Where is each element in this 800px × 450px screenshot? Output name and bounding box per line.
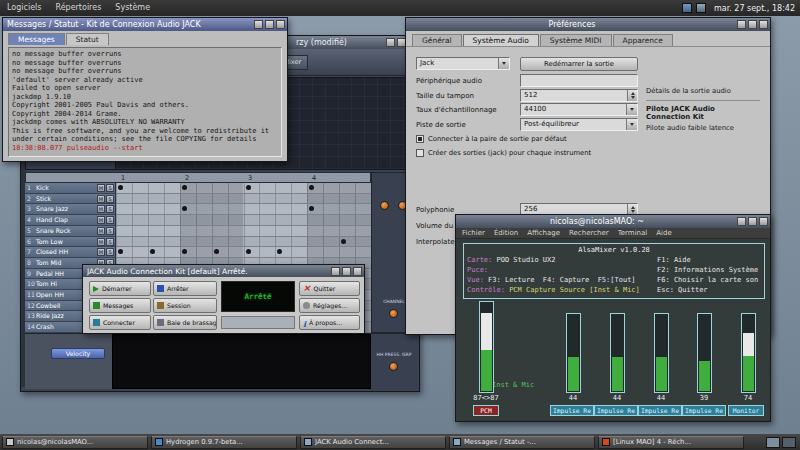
tab[interactable]: Statut [66, 33, 109, 45]
minimize-button[interactable] [254, 20, 263, 29]
solo-button[interactable]: S [106, 205, 114, 213]
note-dot[interactable] [309, 185, 314, 190]
tray-display-icon[interactable] [696, 3, 706, 13]
solo-button[interactable]: S [106, 238, 114, 246]
messages-button[interactable]: Messages [89, 298, 151, 313]
terminal-menu-item[interactable]: Aide [656, 229, 671, 237]
close-button[interactable] [353, 267, 362, 276]
note-dot[interactable] [118, 249, 123, 254]
mixer-volume-bar[interactable] [610, 313, 625, 393]
mixer-channel-name[interactable]: PCM [473, 405, 499, 416]
workspace-1[interactable] [766, 437, 780, 448]
pattern-grid-row[interactable] [116, 183, 371, 194]
stop-button[interactable]: Arrêter [153, 281, 217, 296]
pattern-grid-row[interactable] [116, 204, 371, 215]
pattern-grid-row[interactable] [116, 247, 371, 258]
start-button[interactable]: Démarrer [89, 281, 151, 296]
taskbar-item[interactable]: [Linux MAO] 4 - Réch... [598, 436, 744, 449]
mute-button[interactable]: M [97, 195, 105, 203]
minimize-button[interactable] [737, 217, 746, 226]
note-dot[interactable] [309, 206, 314, 211]
taskbar-item[interactable]: Hydrogen 0.9.7-beta... [151, 436, 297, 449]
pattern-grid-row[interactable] [116, 237, 371, 248]
audio-device-input[interactable] [520, 74, 638, 87]
mixer-channel-name[interactable]: Impulse Re [638, 405, 682, 416]
mixer-channel-name[interactable]: Impulse Re [682, 405, 726, 416]
mixer-channel-name[interactable]: Impulse Re [594, 405, 638, 416]
tab[interactable]: Général [412, 34, 462, 46]
instrument-name-cell[interactable]: 7 Closed HH MS [25, 247, 116, 258]
knob-icon[interactable] [389, 362, 398, 371]
quit-button[interactable]: ×Quitter [299, 281, 360, 296]
pattern-grid-row[interactable] [116, 215, 371, 226]
mixer-volume-bar[interactable] [479, 301, 494, 393]
log-output[interactable]: no message buffer overrunsno message buf… [8, 47, 282, 157]
session-button[interactable]: Session [153, 298, 217, 313]
minimize-button[interactable] [331, 267, 340, 276]
menubar-item[interactable]: Système [108, 0, 157, 16]
tab[interactable]: Système MIDI [540, 34, 612, 46]
note-dot[interactable] [150, 249, 155, 254]
tab[interactable]: Messages [8, 33, 65, 45]
buffer-size-spinner[interactable]: 512 [520, 89, 638, 102]
mute-button[interactable]: M [97, 238, 105, 246]
taskbar-item[interactable]: Messages / Statut -... [449, 436, 595, 449]
about-button[interactable]: iÀ propos... [299, 315, 360, 330]
solo-button[interactable]: S [106, 216, 114, 224]
qjackctl-titlebar[interactable]: JACK Audio Connection Kit [default] Arrê… [83, 265, 364, 277]
mute-button[interactable]: M [97, 205, 105, 213]
instrument-name-cell[interactable]: 5 Snare Rock MS [25, 226, 116, 237]
solo-button[interactable]: S [106, 184, 114, 192]
sample-rate-select[interactable]: 44100 [520, 103, 638, 116]
terminal-menu-item[interactable]: Rechercher [569, 229, 609, 237]
maximize-button[interactable] [748, 217, 757, 226]
mixer-volume-bar[interactable] [566, 313, 581, 393]
close-button[interactable] [759, 20, 768, 29]
taskbar-item[interactable]: nicolas@nicolasMAO... [2, 436, 148, 449]
spinner-arrows-icon[interactable] [627, 90, 637, 101]
instrument-name-cell[interactable]: 4 Hand Clap MS [25, 215, 116, 226]
note-dot[interactable] [341, 239, 346, 244]
mixer-channel-name[interactable]: Impulse Re [550, 405, 594, 416]
output-track-select[interactable]: Post-équilibreur [520, 118, 638, 131]
pattern-grid-row[interactable] [116, 194, 371, 205]
mute-button[interactable]: M [97, 184, 105, 192]
mute-button[interactable]: M [97, 248, 105, 256]
channel-knob-icon[interactable] [389, 309, 398, 318]
terminal-menu-item[interactable]: Fichier [462, 229, 485, 237]
connect-default-checkbox[interactable]: Connecter à la paire de sortie par défau… [416, 135, 567, 143]
note-dot[interactable] [246, 249, 251, 254]
note-dot[interactable] [277, 249, 282, 254]
maximize-button[interactable] [342, 267, 351, 276]
pattern-grid-row[interactable] [116, 226, 371, 237]
terminal-menu-item[interactable]: Affichage [527, 229, 560, 237]
tray-network-icon[interactable] [682, 3, 692, 13]
workspace-2[interactable] [782, 437, 796, 448]
instrument-name-cell[interactable]: 6 Tom Low MS [25, 237, 116, 248]
mixer-volume-bar[interactable] [741, 313, 756, 393]
close-button[interactable] [276, 20, 285, 29]
mixer-channel-name[interactable]: Monitor [728, 405, 764, 416]
terminal-titlebar[interactable]: nicolas@nicolasMAO: ~ [456, 215, 770, 228]
menubar-item[interactable]: Répertoires [48, 0, 108, 16]
menubar-item[interactable]: Logiciels [0, 0, 48, 16]
setup-button[interactable]: Réglages... [299, 298, 360, 313]
velocity-button[interactable]: Velocity [51, 348, 105, 359]
minimize-button[interactable] [386, 38, 395, 47]
minimize-button[interactable] [737, 20, 746, 29]
per-instrument-outputs-checkbox[interactable]: Créer des sorties (jack) pour chaque ins… [416, 149, 591, 157]
note-dot[interactable] [182, 249, 187, 254]
note-dot[interactable] [182, 185, 187, 190]
note-dot[interactable] [182, 206, 187, 211]
maximize-button[interactable] [748, 20, 757, 29]
mute-button[interactable]: M [97, 216, 105, 224]
solo-button[interactable]: S [106, 195, 114, 203]
note-dot[interactable] [118, 185, 123, 190]
instrument-name-cell[interactable]: 2 Stick MS [25, 194, 116, 205]
patchbay-button[interactable]: Baie de brassage [153, 315, 217, 330]
messages-titlebar[interactable]: Messages / Statut - Kit de Connexion Aud… [3, 18, 287, 31]
checkbox-box-icon[interactable] [416, 135, 424, 143]
tab[interactable]: Apparence [613, 34, 673, 46]
knob-icon[interactable] [380, 201, 389, 210]
preferences-titlebar[interactable]: Préférences [406, 18, 770, 31]
